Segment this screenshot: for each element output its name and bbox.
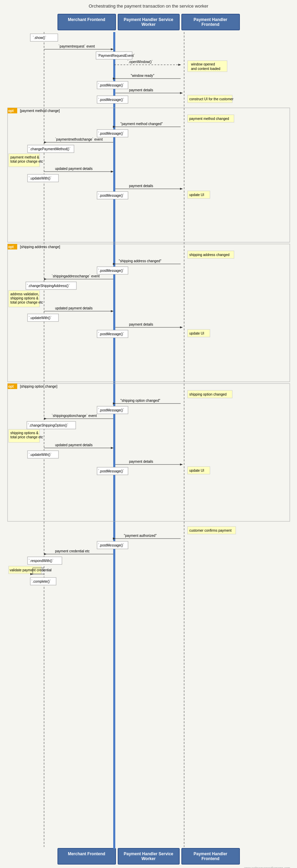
svg-text:`.postMessage()`: `.postMessage()` xyxy=(98,98,124,102)
svg-text:shipping address changed: shipping address changed xyxy=(189,253,230,257)
svg-text:payment details: payment details xyxy=(129,323,153,326)
svg-text:`.updateWith()`: `.updateWith()` xyxy=(29,453,52,457)
svg-text:"window ready": "window ready" xyxy=(131,74,155,78)
svg-text:update UI: update UI xyxy=(189,331,204,335)
svg-text:`shippingaddresschange` event: `shippingaddresschange` event xyxy=(52,274,100,278)
svg-text:total price change etc: total price change etc xyxy=(10,300,43,304)
svg-text:"shipping option changed": "shipping option changed" xyxy=(120,399,160,402)
svg-text:`.changePaymentMethod()`: `.changePaymentMethod()` xyxy=(29,147,71,151)
svg-text:"payment authorized": "payment authorized" xyxy=(124,534,157,538)
header-worker: Payment Handler Service Worker xyxy=(118,14,180,30)
svg-text:payment details: payment details xyxy=(129,460,153,463)
svg-text:updated payment details: updated payment details xyxy=(55,306,93,310)
svg-text:`.openWindow()`: `.openWindow()` xyxy=(127,60,153,64)
sequence-diagram-svg: `.show()` `paymentrequest` event `Paymen… xyxy=(7,30,290,850)
svg-text:`paymentmethodchange` event: `paymentmethodchange` event xyxy=(55,137,103,141)
svg-text:`.postMessage()`: `.postMessage()` xyxy=(98,132,124,135)
svg-text:`.postMessage()`: `.postMessage()` xyxy=(98,332,124,336)
svg-text:customer confirms payment: customer confirms payment xyxy=(189,529,232,532)
svg-text:shipping options &: shipping options & xyxy=(10,296,39,300)
svg-text:`shippingoptionchange` event: `shippingoptionchange` event xyxy=(52,414,97,418)
svg-text:update UI: update UI xyxy=(189,193,204,197)
svg-text:`.show()`: `.show()` xyxy=(33,36,46,40)
svg-text:payment details: payment details xyxy=(129,184,153,188)
watermark: www.websequencediagrams.com xyxy=(7,866,290,868)
svg-text:updated payment details: updated payment details xyxy=(55,443,93,447)
svg-text:opt: opt xyxy=(8,385,14,388)
sequence-area: `.show()` `paymentrequest` event `Paymen… xyxy=(7,30,290,851)
diagram-title: Orchestrating the payment transaction on… xyxy=(7,3,290,9)
svg-text:`.complete()`: `.complete()` xyxy=(31,580,51,583)
svg-text:total price change etc: total price change etc xyxy=(10,160,43,163)
header-frontend: Payment Handler Frontend xyxy=(181,14,240,30)
svg-text:`.updateWith()`: `.updateWith()` xyxy=(29,176,52,180)
svg-text:opt: opt xyxy=(8,109,14,113)
svg-text:update UI: update UI xyxy=(189,469,204,472)
header-row: Merchant Frontend Payment Handler Servic… xyxy=(7,14,290,30)
svg-text:shipping options &: shipping options & xyxy=(10,431,39,435)
svg-text:payment details: payment details xyxy=(129,88,153,92)
svg-text:`PaymentRequestEvent`: `PaymentRequestEvent` xyxy=(97,54,135,58)
svg-text:and content loaded: and content loaded xyxy=(191,67,220,71)
svg-text:opt: opt xyxy=(8,245,14,249)
svg-text:payment method changed: payment method changed xyxy=(189,117,229,121)
svg-text:"shipping address changed": "shipping address changed" xyxy=(119,259,161,263)
svg-text:payment method &: payment method & xyxy=(10,155,39,159)
svg-text:total price change etc: total price change etc xyxy=(10,435,43,439)
svg-text:`.postMessage()`: `.postMessage()` xyxy=(98,83,124,87)
svg-text:`.postMessage()`: `.postMessage()` xyxy=(98,408,124,412)
svg-text:address validation,: address validation, xyxy=(10,292,39,296)
svg-text:`.updateWith()`: `.updateWith()` xyxy=(29,316,52,320)
svg-text:validate payment credential: validate payment credential xyxy=(10,568,52,572)
svg-text:`paymentrequest` event: `paymentrequest` event xyxy=(59,44,95,48)
svg-text:`.postMessage()`: `.postMessage()` xyxy=(98,469,124,473)
svg-text:payment credential etc: payment credential etc xyxy=(55,549,90,553)
svg-text:[shipping option change]: [shipping option change] xyxy=(20,385,57,388)
svg-text:[payment method change]: [payment method change] xyxy=(20,109,60,113)
diagram-container: Orchestrating the payment transaction on… xyxy=(0,0,297,868)
svg-text:shipping option changed: shipping option changed xyxy=(189,392,226,396)
svg-text:[shipping address change]: [shipping address change] xyxy=(20,245,60,249)
svg-text:window opened: window opened xyxy=(191,62,215,66)
svg-rect-1 xyxy=(113,32,115,849)
svg-text:`.changeShippingAddress()`: `.changeShippingAddress()` xyxy=(27,284,70,288)
header-merchant: Merchant Frontend xyxy=(57,14,116,30)
svg-text:`.changeShippingOption()`: `.changeShippingOption()` xyxy=(28,423,68,427)
svg-text:`.postMessage()`: `.postMessage()` xyxy=(98,194,124,197)
svg-text:"payment method changed": "payment method changed" xyxy=(120,122,163,126)
svg-text:updated payment details: updated payment details xyxy=(55,167,93,171)
svg-text:`.postMessage()`: `.postMessage()` xyxy=(98,269,124,273)
svg-rect-51 xyxy=(8,244,290,382)
svg-text:`.postMessage()`: `.postMessage()` xyxy=(98,543,124,547)
svg-text:construct UI for the customer: construct UI for the customer xyxy=(189,97,234,101)
svg-text:`.respondWith()`: `.respondWith()` xyxy=(29,559,53,563)
